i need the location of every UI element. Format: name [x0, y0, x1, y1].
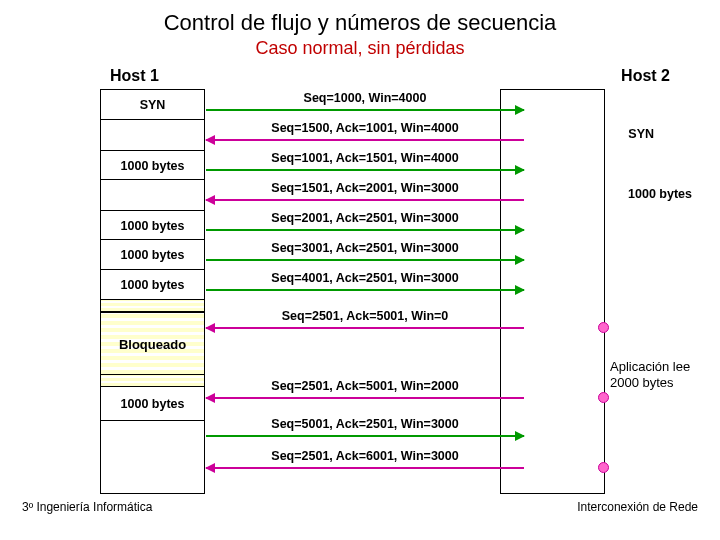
- msg-text: Seq=2501, Ack=6001, Win=3000: [210, 449, 520, 463]
- msg-text: Seq=3001, Ack=2501, Win=3000: [210, 241, 520, 255]
- page-subtitle: Caso normal, sin pérdidas: [20, 38, 700, 59]
- spacer: [101, 421, 204, 465]
- event-dot-icon: [598, 462, 609, 473]
- arrow-left-icon: [206, 199, 524, 201]
- arrow-left-icon: [206, 397, 524, 399]
- host2-1000-label: 1000 bytes: [628, 187, 692, 201]
- host1-blocked: Bloqueado: [101, 312, 204, 375]
- host2-label: Host 2: [621, 67, 670, 85]
- arrow-right-icon: [206, 169, 524, 171]
- msg-text: Seq=1501, Ack=2001, Win=3000: [210, 181, 520, 195]
- arrow-right-icon: [206, 259, 524, 261]
- arrow-left-icon: [206, 327, 524, 329]
- host1-block-1000: 1000 bytes: [101, 240, 204, 270]
- spacer: [101, 120, 204, 150]
- page-title: Control de flujo y números de secuencia: [20, 10, 700, 36]
- footer-left: 3º Ingeniería Informática: [22, 500, 152, 514]
- msg-text: Seq=4001, Ack=2501, Win=3000: [210, 271, 520, 285]
- arrow-right-icon: [206, 109, 524, 111]
- msg-text: Seq=5001, Ack=2501, Win=3000: [210, 417, 520, 431]
- arrow-right-icon: [206, 435, 524, 437]
- hatch-small: [101, 300, 204, 312]
- host2-syn-label: SYN: [628, 127, 654, 141]
- app-reads-note: Aplicación lee 2000 bytes: [610, 359, 706, 392]
- arrow-right-icon: [206, 289, 524, 291]
- spacer: [501, 330, 604, 495]
- msg-text: Seq=2001, Ack=2501, Win=3000: [210, 211, 520, 225]
- host1-block-1000: 1000 bytes: [101, 150, 204, 180]
- spacer: [101, 180, 204, 210]
- arrow-left-icon: [206, 139, 524, 141]
- hatch-small: [101, 375, 204, 387]
- msg-text: Seq=1500, Ack=1001, Win=4000: [210, 121, 520, 135]
- host1-block-1000: 1000 bytes: [101, 387, 204, 421]
- event-dot-icon: [598, 392, 609, 403]
- host-header-row: Host 1 Host 2: [20, 67, 700, 85]
- host1-block-1000: 1000 bytes: [101, 210, 204, 240]
- footer-right: Interconexión de Rede: [577, 500, 698, 514]
- arrow-right-icon: [206, 229, 524, 231]
- host1-block-1000: 1000 bytes: [101, 270, 204, 300]
- host1-label: Host 1: [110, 67, 159, 85]
- msg-text: Seq=2501, Ack=5001, Win=2000: [210, 379, 520, 393]
- event-dot-icon: [598, 322, 609, 333]
- msg-text: Seq=1000, Win=4000: [210, 91, 520, 105]
- sequence-diagram: SYN 1000 bytes 1000 bytes 1000 bytes 100…: [20, 89, 700, 494]
- footer: 3º Ingeniería Informática Interconexión …: [20, 500, 700, 514]
- msg-text: Seq=1001, Ack=1501, Win=4000: [210, 151, 520, 165]
- host1-column: SYN 1000 bytes 1000 bytes 1000 bytes 100…: [100, 89, 205, 494]
- host1-syn: SYN: [101, 90, 204, 120]
- arrow-left-icon: [206, 467, 524, 469]
- msg-text: Seq=2501, Ack=5001, Win=0: [210, 309, 520, 323]
